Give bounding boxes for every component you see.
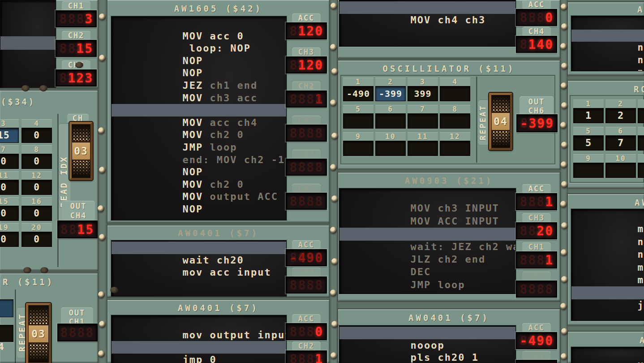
code-line[interactable]: nop bbox=[571, 223, 644, 235]
display-label: CH? bbox=[292, 184, 321, 193]
code-line[interactable]: mov ch2 1 bbox=[112, 329, 286, 341]
code-editor[interactable]: nooop pls ch20 1 mov acc input bbox=[339, 325, 516, 363]
code-editor[interactable]: mov output input mov ch2 1 jmp 0 bbox=[111, 315, 287, 363]
memory-cell[interactable]: 2 2 bbox=[605, 99, 636, 123]
memory-cell[interactable]: 20 0 bbox=[21, 223, 52, 247]
memory-cell[interactable]: 8 bbox=[440, 105, 470, 129]
memory-cell[interactable]: 3 399 bbox=[408, 78, 438, 101]
code-line[interactable]: loop: MOV ch1 ACC bbox=[339, 215, 515, 228]
code-line[interactable]: noop bbox=[571, 30, 644, 42]
led-value: 20 bbox=[537, 224, 554, 238]
code-line[interactable]: JLZ ch2 end bbox=[339, 241, 515, 253]
memory-cell[interactable]: 11 0 bbox=[0, 171, 19, 195]
code-line[interactable]: JEZ ch1 end bbox=[112, 67, 286, 79]
memory-cell[interactable]: 6 bbox=[375, 105, 406, 129]
memory-cell[interactable]: 9 bbox=[343, 132, 374, 156]
memory-cell[interactable] bbox=[0, 299, 13, 317]
memory-cell[interactable]: 3 15 bbox=[0, 119, 19, 143]
memory-cell[interactable]: 10 bbox=[375, 132, 406, 156]
code-line[interactable]: noooop bbox=[571, 54, 644, 67]
memory-cell[interactable]: 2 -399 bbox=[375, 78, 406, 101]
memory-cell[interactable]: 6 7 bbox=[605, 127, 636, 151]
code-line[interactable]: NOP bbox=[112, 55, 286, 67]
code-line[interactable]: mov output bbox=[571, 274, 644, 286]
code-line[interactable]: mov acc ch2 bbox=[571, 248, 644, 261]
cell-value bbox=[440, 86, 470, 101]
memory-cell[interactable]: 9 bbox=[573, 154, 604, 178]
code-line[interactable]: mov acc input bbox=[112, 254, 286, 267]
read-index-drum[interactable]: 03 bbox=[69, 122, 93, 180]
memory-cell[interactable]: 8 0 bbox=[21, 145, 52, 169]
code-line[interactable]: MOV ch2 0 bbox=[112, 166, 286, 178]
memory-cell[interactable]: 4 0 bbox=[21, 119, 52, 143]
code-line[interactable]: end: bbox=[339, 279, 515, 291]
code-line[interactable]: wait: JEZ ch2 wait bbox=[339, 228, 515, 240]
code-line[interactable]: DEC bbox=[339, 253, 515, 266]
code-line[interactable]: MOV acc ch4 bbox=[112, 104, 286, 117]
code-editor[interactable]: MOV ch4 ch3 bbox=[339, 0, 516, 47]
code-editor[interactable]: MOV ch3 INPUT MOV ACC INPUT loop: MOV ch… bbox=[339, 188, 516, 294]
code-line[interactable]: NOP bbox=[112, 42, 286, 55]
repeat-drum[interactable]: 03 bbox=[26, 303, 51, 363]
out-label-line1: OUT bbox=[62, 202, 95, 211]
code-line[interactable]: wait ch20 bbox=[112, 242, 286, 254]
code-line[interactable]: JMP loop bbox=[339, 266, 515, 278]
code-line[interactable]: NOP bbox=[571, 348, 644, 361]
code-line[interactable]: MOV ch2 1 bbox=[112, 92, 286, 104]
code-line[interactable]: nooop bbox=[571, 42, 644, 54]
code-line[interactable]: mov acc input bbox=[339, 351, 515, 363]
screw-icon bbox=[561, 142, 568, 148]
code-line[interactable]: nop bbox=[571, 17, 644, 30]
code-line[interactable]: MOV ch3 INPUT bbox=[339, 190, 515, 202]
memory-cell[interactable]: 4 bbox=[440, 78, 470, 101]
memory-cell[interactable]: 12 0 bbox=[21, 171, 52, 195]
code-line[interactable]: MOV ch3 acc bbox=[112, 79, 286, 92]
module-panel-oscillator: OSCILLILATOR ($11) 1 -490 2 -399 3 399 4 bbox=[338, 60, 560, 169]
code-line[interactable]: NOP bbox=[571, 361, 644, 363]
memory-cell[interactable]: 19 0 bbox=[0, 223, 19, 247]
code-line[interactable]: jmp 0 bbox=[112, 341, 286, 354]
code-line[interactable]: MOV output ACC bbox=[112, 178, 286, 191]
code-line[interactable]: MOV ch2 0 bbox=[112, 117, 286, 129]
code-line[interactable]: mov output input bbox=[112, 316, 286, 329]
memory-cell[interactable]: 7 0 bbox=[0, 145, 19, 169]
code-line[interactable]: JMP loop bbox=[112, 129, 286, 141]
cell-value: 0 bbox=[21, 180, 52, 195]
code-line[interactable]: jmp -3 bbox=[571, 286, 644, 299]
memory-cell[interactable]: 1 1 bbox=[573, 99, 604, 123]
memory-cell[interactable]: 7 bbox=[408, 105, 438, 129]
memory-cell[interactable] bbox=[638, 154, 644, 178]
memory-cell[interactable]: 15 0 bbox=[0, 197, 19, 221]
memory-cell[interactable]: 5 5 bbox=[573, 127, 604, 151]
code-editor[interactable]: MOV acc 0 loop: NOP NOP NOP JEZ ch1 end … bbox=[111, 16, 287, 220]
memory-cell[interactable]: 10 bbox=[605, 154, 636, 178]
code-line[interactable]: nop bbox=[571, 236, 644, 248]
code-line[interactable]: NOP bbox=[112, 190, 286, 203]
memory-cell[interactable] bbox=[0, 325, 13, 342]
code-line[interactable]: MOV ch4 ch3 bbox=[339, 1, 515, 14]
repeat-drum[interactable]: 04 bbox=[489, 93, 512, 150]
memory-cell[interactable]: 11 bbox=[408, 132, 438, 156]
code-line[interactable]: mov ch1 inp bbox=[571, 210, 644, 223]
code-line[interactable]: end: MOV ch2 -1 bbox=[112, 141, 286, 154]
memory-cell[interactable] bbox=[638, 127, 644, 151]
code-line[interactable]: pls ch20 1 bbox=[339, 339, 515, 352]
code-line[interactable]: mov ch1 ch2 bbox=[571, 261, 644, 274]
memory-cell[interactable]: 1 -490 bbox=[343, 78, 374, 101]
code-editor[interactable]: NOP NOP bbox=[571, 347, 644, 363]
memory-cell[interactable] bbox=[638, 99, 644, 123]
code-line[interactable]: NOP bbox=[112, 154, 286, 166]
memory-cell[interactable]: 5 bbox=[343, 105, 374, 129]
code-editor[interactable]: wait ch20 mov acc input bbox=[111, 240, 287, 297]
code-editor[interactable] bbox=[0, 0, 56, 88]
memory-cell[interactable]: 12 bbox=[440, 132, 470, 156]
panel-title: R ($11) bbox=[3, 277, 54, 287]
code-line[interactable]: nooop bbox=[339, 327, 515, 339]
memory-cell[interactable]: 16 0 bbox=[21, 197, 52, 221]
code-editor[interactable]: mov ch1 inp nop nop mov acc ch2 mov ch1 … bbox=[571, 209, 644, 321]
code-line[interactable]: MOV acc 0 bbox=[112, 17, 286, 30]
cell-index: 6 bbox=[605, 127, 636, 135]
code-editor[interactable]: nop noop nooop noooop bbox=[571, 16, 644, 71]
code-line[interactable]: MOV ACC INPUT bbox=[339, 202, 515, 215]
code-line[interactable]: loop: NOP bbox=[112, 30, 286, 43]
